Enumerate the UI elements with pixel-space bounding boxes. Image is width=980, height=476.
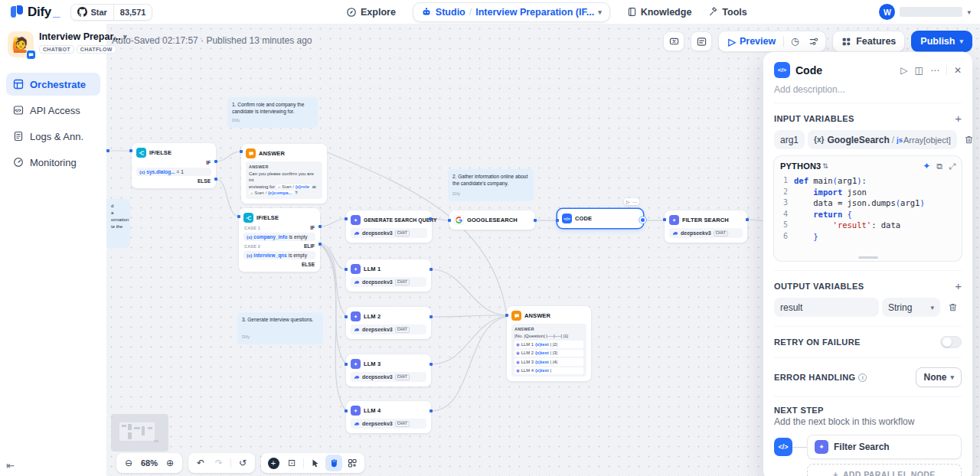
sidebar-item-logs[interactable]: Logs & Ann. — [6, 125, 100, 148]
editor-resize-handle[interactable] — [858, 256, 878, 259]
add-note-icon[interactable]: ⊡ — [283, 455, 300, 471]
sticky-note-1[interactable]: 1. Confirm role and company the candidat… — [227, 97, 318, 128]
add-output-variable-button[interactable]: + — [955, 279, 962, 292]
undo-icon[interactable]: ↶ — [192, 455, 209, 471]
publish-button[interactable]: Publish▾ — [911, 31, 972, 52]
node-generate-search-query[interactable]: ✦GENERATE SEARCH QUERY deepseekv3CHAT — [346, 210, 432, 243]
node-port[interactable] — [429, 217, 432, 220]
sticky-note-2[interactable]: 2. Gather information online about the c… — [448, 169, 534, 201]
pointer-tool-icon[interactable] — [307, 455, 324, 471]
sidebar-item-api-access[interactable]: API Access — [6, 99, 100, 122]
node-port[interactable] — [345, 363, 348, 366]
node-port[interactable] — [214, 178, 217, 181]
node-port[interactable] — [318, 243, 322, 246]
nav-studio-breadcrumb[interactable]: Studio / Interview Preparation (IF... ▾ — [413, 2, 610, 22]
features-button[interactable]: Features — [832, 31, 905, 52]
language-chevron-icon[interactable]: ⇅ — [822, 162, 828, 170]
input-variable-value-field[interactable]: {x}GoogleSearch/jsArray[object] — [808, 130, 957, 149]
sticky-note-3[interactable]: 3. Generate interview questions. Dify — [237, 312, 323, 344]
node-googlesearch[interactable]: GOOGLESEARCH — [449, 210, 535, 230]
user-avatar[interactable]: W — [879, 4, 895, 20]
code-content[interactable]: 1def main(arg1):2 import json3 data = js… — [774, 174, 962, 256]
node-port[interactable] — [345, 217, 348, 220]
node-port[interactable] — [106, 149, 109, 152]
nav-knowledge[interactable]: Knowledge — [627, 7, 692, 18]
node-port[interactable] — [240, 150, 243, 153]
node-answer-2[interactable]: ANSWER ANSWER |No. |Question| |----|----… — [507, 306, 591, 381]
play-icon[interactable]: ▷ — [626, 199, 630, 204]
copy-code-icon[interactable]: ⧉ — [936, 161, 942, 171]
sidebar-item-monitoring[interactable]: Monitoring — [6, 151, 100, 174]
run-node-button[interactable]: ▷ — [900, 65, 907, 76]
nav-explore[interactable]: Explore — [346, 7, 396, 18]
annotation-toggle-button[interactable] — [663, 31, 684, 51]
retry-toggle[interactable] — [940, 336, 962, 348]
next-step-node-card[interactable]: ✦ Filter Search — [807, 435, 962, 459]
node-port[interactable] — [746, 218, 749, 221]
sticky-note-partial[interactable]: d a ormation te the — [106, 199, 130, 248]
add-input-variable-button[interactable]: + — [955, 112, 962, 125]
node-port[interactable] — [129, 149, 132, 152]
code-output-port[interactable] — [639, 217, 646, 223]
node-mini-toolbar[interactable]: ▷⋯ — [624, 198, 639, 205]
node-filter-search[interactable]: ✦FILTER SEARCH deepseekv3CHAT — [665, 210, 747, 243]
split-view-button[interactable]: ◫ — [915, 65, 923, 76]
node-port[interactable] — [663, 218, 666, 221]
close-panel-button[interactable]: ✕ — [954, 65, 962, 76]
add-node-icon[interactable]: + — [265, 455, 282, 471]
node-llm-4[interactable]: ✦LLM 4 deepseekv3CHAT — [346, 401, 431, 433]
history-icon[interactable]: ↺ — [234, 455, 251, 471]
node-ifelse-2[interactable]: IF/ELSE CASE 1IF {x}company_infois empty… — [239, 208, 320, 272]
hand-tool-icon[interactable] — [325, 455, 342, 471]
error-handling-select[interactable]: None▾ — [916, 367, 962, 387]
node-ifelse-1[interactable]: IF/ELSE IF {x}sys.dialog...= 1 ELSE — [132, 143, 216, 188]
collapse-sidebar-icon[interactable]: ⇤ — [6, 460, 15, 471]
zoom-in-icon[interactable]: ⊕ — [162, 455, 178, 471]
node-llm-2[interactable]: ✦LLM 2 deepseekv3CHAT — [346, 307, 431, 339]
zoom-level[interactable]: 68% — [139, 458, 160, 468]
redo-icon[interactable]: ↷ — [211, 455, 227, 471]
node-port[interactable] — [318, 225, 322, 228]
run-history-icon[interactable]: ◷ — [786, 32, 804, 51]
delete-input-variable-button[interactable] — [960, 131, 972, 149]
env-variables-button[interactable] — [691, 31, 712, 51]
node-port[interactable] — [237, 215, 240, 218]
code-language-selector[interactable]: PYTHON3 — [780, 161, 821, 171]
organize-blocks-icon[interactable] — [344, 455, 361, 471]
input-variable-name-field[interactable]: arg1 — [774, 130, 805, 149]
zoom-out-icon[interactable]: ⊖ — [120, 455, 137, 471]
node-port[interactable] — [345, 315, 348, 318]
ai-generate-icon[interactable]: ✦ — [923, 161, 930, 171]
add-parallel-node-button[interactable]: + ADD PARALLEL NODE — [807, 464, 962, 476]
node-port[interactable] — [534, 219, 537, 222]
node-port[interactable] — [345, 409, 348, 412]
nav-tools[interactable]: Tools — [708, 7, 746, 18]
checklist-icon[interactable] — [804, 32, 822, 51]
github-star-widget[interactable]: Star 83,571 — [70, 4, 152, 21]
app-emoji-icon[interactable]: 🙋 — [8, 31, 34, 57]
more-options-button[interactable]: ⋯ — [930, 65, 939, 76]
breadcrumb-app-name[interactable]: Interview Preparation (IF... — [475, 7, 594, 18]
output-variable-type-select[interactable]: String▾ — [882, 298, 940, 317]
description-placeholder[interactable]: Add description... — [774, 83, 962, 103]
node-port[interactable] — [430, 363, 433, 366]
node-port[interactable] — [448, 219, 451, 222]
node-port[interactable] — [505, 314, 508, 317]
node-port[interactable] — [214, 160, 217, 163]
node-llm-1[interactable]: ✦LLM 1 deepseekv3CHAT — [346, 259, 431, 292]
account-chevron-icon[interactable]: ▾ — [967, 8, 971, 16]
node-port[interactable] — [430, 268, 433, 271]
preview-button[interactable]: ▷Preview — [722, 36, 782, 47]
sidebar-item-orchestrate[interactable]: Orchestrate — [6, 73, 100, 96]
app-name[interactable]: Interview Prepar...▾ — [39, 31, 127, 42]
app-chevron-icon[interactable]: ▾ — [123, 33, 127, 41]
chevron-down-icon[interactable]: ▾ — [598, 8, 602, 16]
node-port[interactable] — [430, 409, 433, 412]
breadcrumb-studio[interactable]: Studio — [436, 7, 466, 18]
delete-output-variable-button[interactable] — [943, 298, 962, 317]
code-editor[interactable]: PYTHON3⇅ ✦ ⧉ ⤢ 1def main(arg1):2 import … — [774, 156, 962, 261]
node-llm-3[interactable]: ✦LLM 3 deepseekv3CHAT — [346, 354, 431, 386]
node-answer-1[interactable]: ANSWER ANSWER Can you please confirm you… — [241, 144, 327, 204]
node-port[interactable] — [345, 268, 348, 271]
more-icon[interactable]: ⋯ — [632, 199, 637, 204]
